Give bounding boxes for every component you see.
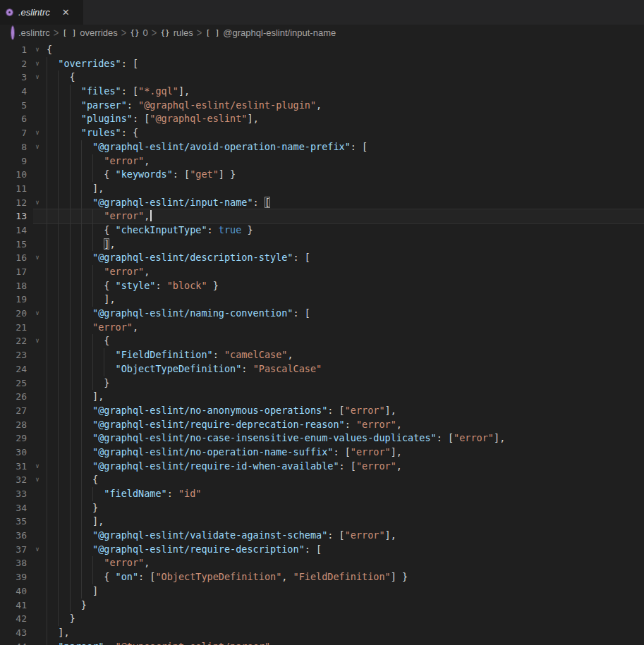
line-number[interactable]: 12 (0, 196, 27, 210)
code-line-35[interactable]: 35 ], (0, 515, 644, 529)
code-line-10[interactable]: 10 { "keywords": ["get"] } (0, 168, 644, 182)
line-number[interactable]: 21 (0, 321, 27, 335)
code-line-22[interactable]: 22∨ { (0, 334, 644, 348)
code-line-8[interactable]: 8∨ "@graphql-eslint/avoid-operation-name… (0, 140, 644, 154)
code-line-13[interactable]: 13 "error", (0, 209, 644, 223)
line-number[interactable]: 28 (0, 418, 27, 432)
line-number[interactable]: 11 (0, 182, 27, 196)
line-number[interactable]: 42 (0, 612, 27, 626)
line-number[interactable]: 13 (0, 209, 27, 223)
line-number[interactable]: 31 (0, 460, 27, 474)
line-number[interactable]: 2 (0, 57, 27, 71)
line-number[interactable]: 44 (0, 640, 27, 645)
code-line-37[interactable]: 37∨ "@graphql-eslint/require-description… (0, 543, 644, 557)
line-number[interactable]: 33 (0, 487, 27, 501)
close-icon[interactable]: ✕ (60, 6, 72, 18)
fold-chevron-icon[interactable]: ∨ (32, 196, 43, 210)
line-number[interactable]: 9 (0, 154, 27, 168)
code-line-38[interactable]: 38 "error", (0, 556, 644, 570)
line-number[interactable]: 20 (0, 307, 27, 321)
fold-chevron-icon[interactable]: ∨ (32, 307, 43, 321)
line-number[interactable]: 6 (0, 112, 27, 126)
line-number[interactable]: 29 (0, 431, 27, 446)
code-line-18[interactable]: 18 { "style": "block" } (0, 279, 644, 293)
breadcrumb-item[interactable]: 0 (143, 27, 148, 38)
fold-chevron-icon[interactable]: ∨ (32, 126, 43, 140)
code-line-41[interactable]: 41 } (0, 598, 644, 613)
fold-chevron-icon[interactable]: ∨ (32, 460, 43, 474)
line-number[interactable]: 15 (0, 238, 27, 252)
line-number[interactable]: 35 (0, 515, 27, 529)
code-line-9[interactable]: 9 "error", (0, 154, 644, 168)
line-number[interactable]: 41 (0, 598, 27, 613)
line-number[interactable]: 18 (0, 279, 27, 293)
code-line-39[interactable]: 39 { "on": ["ObjectTypeDefinition", "Fie… (0, 570, 644, 584)
breadcrumb-item[interactable]: .eslintrc (18, 27, 50, 38)
code-line-7[interactable]: 7∨ "rules": { (0, 126, 644, 140)
code-line-14[interactable]: 14 { "checkInputType": true } (0, 223, 644, 238)
code-line-16[interactable]: 16∨ "@graphql-eslint/description-style":… (0, 251, 644, 265)
line-number[interactable]: 37 (0, 543, 27, 557)
fold-chevron-icon[interactable]: ∨ (32, 334, 43, 348)
code-line-27[interactable]: 27 "@graphql-eslint/no-anonymous-operati… (0, 404, 644, 418)
code-line-19[interactable]: 19 ], (0, 293, 644, 307)
line-number[interactable]: 7 (0, 126, 27, 140)
code-line-5[interactable]: 5 "parser": "@graphql-eslint/eslint-plug… (0, 99, 644, 113)
line-number[interactable]: 14 (0, 223, 27, 238)
code-line-44[interactable]: 44 "parser": "@typescript-eslint/parser"… (0, 640, 644, 645)
code-line-25[interactable]: 25 } (0, 376, 644, 391)
code-line-32[interactable]: 32∨ { (0, 473, 644, 487)
line-number[interactable]: 25 (0, 376, 27, 391)
line-number[interactable]: 39 (0, 570, 27, 584)
line-number[interactable]: 23 (0, 348, 27, 362)
code-editor[interactable]: 1∨{2∨ "overrides": [3∨ {4 "files": ["*.g… (0, 40, 644, 645)
code-line-12[interactable]: 12∨ "@graphql-eslint/input-name": [ (0, 196, 644, 210)
breadcrumb-item[interactable]: @graphql-eslint/input-name (223, 27, 336, 38)
code-line-3[interactable]: 3∨ { (0, 70, 644, 85)
code-line-11[interactable]: 11 ], (0, 182, 644, 196)
code-line-17[interactable]: 17 "error", (0, 265, 644, 279)
code-line-29[interactable]: 29 "@graphql-eslint/no-case-insensitive-… (0, 431, 644, 446)
code-line-34[interactable]: 34 } (0, 501, 644, 515)
fold-chevron-icon[interactable]: ∨ (32, 43, 43, 57)
fold-chevron-icon[interactable]: ∨ (32, 140, 43, 154)
code-line-31[interactable]: 31∨ "@graphql-eslint/require-id-when-ava… (0, 460, 644, 474)
line-number[interactable]: 1 (0, 43, 27, 57)
line-number[interactable]: 38 (0, 556, 27, 570)
line-number[interactable]: 16 (0, 251, 27, 265)
code-line-2[interactable]: 2∨ "overrides": [ (0, 57, 644, 71)
code-line-42[interactable]: 42 } (0, 612, 644, 626)
line-number[interactable]: 27 (0, 404, 27, 418)
line-number[interactable]: 26 (0, 390, 27, 404)
code-line-24[interactable]: 24 "ObjectTypeDefinition": "PascalCase" (0, 362, 644, 376)
code-line-26[interactable]: 26 ], (0, 390, 644, 404)
code-line-15[interactable]: 15 ], (0, 238, 644, 252)
line-number[interactable]: 40 (0, 584, 27, 598)
fold-chevron-icon[interactable]: ∨ (32, 57, 43, 71)
line-number[interactable]: 22 (0, 334, 27, 348)
code-line-21[interactable]: 21 "error", (0, 321, 644, 335)
line-number[interactable]: 36 (0, 529, 27, 543)
breadcrumb-item[interactable]: overrides (80, 27, 117, 38)
tab-eslintrc[interactable]: .eslintrc ✕ (0, 0, 83, 25)
code-line-36[interactable]: 36 "@graphql-eslint/validate-against-sch… (0, 529, 644, 543)
line-number[interactable]: 8 (0, 140, 27, 154)
line-number[interactable]: 4 (0, 85, 27, 99)
code-line-4[interactable]: 4 "files": ["*.gql"], (0, 85, 644, 99)
breadcrumb-item[interactable]: rules (174, 27, 193, 38)
code-line-20[interactable]: 20∨ "@graphql-eslint/naming-convention":… (0, 307, 644, 321)
code-line-33[interactable]: 33 "fieldName": "id" (0, 487, 644, 501)
code-line-23[interactable]: 23 "FieldDefinition": "camelCase", (0, 348, 644, 362)
code-line-40[interactable]: 40 ] (0, 584, 644, 598)
line-number[interactable]: 24 (0, 362, 27, 376)
line-number[interactable]: 43 (0, 626, 27, 640)
line-number[interactable]: 17 (0, 265, 27, 279)
code-line-30[interactable]: 30 "@graphql-eslint/no-operation-name-su… (0, 446, 644, 460)
line-number[interactable]: 32 (0, 473, 27, 487)
fold-chevron-icon[interactable]: ∨ (32, 251, 43, 265)
code-line-1[interactable]: 1∨{ (0, 43, 644, 57)
line-number[interactable]: 30 (0, 446, 27, 460)
line-number[interactable]: 34 (0, 501, 27, 515)
fold-chevron-icon[interactable]: ∨ (32, 543, 43, 557)
line-number[interactable]: 3 (0, 70, 27, 85)
